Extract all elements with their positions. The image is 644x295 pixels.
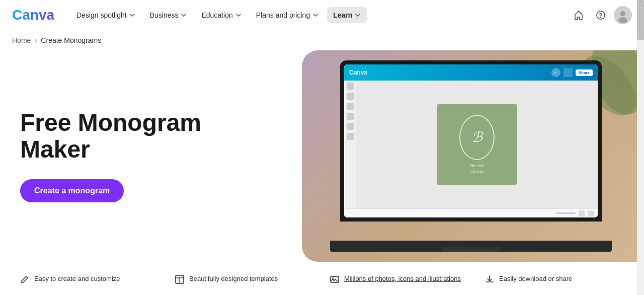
feature-text-download: Easily download or share (499, 274, 572, 283)
create-monogram-button[interactable]: Create a monogram (20, 179, 124, 202)
editor-sidebar (344, 81, 356, 208)
chevron-down-icon (129, 12, 136, 19)
download-icon (485, 275, 494, 286)
breadcrumb-separator: › (35, 37, 37, 44)
chevron-down-icon (235, 12, 242, 19)
breadcrumb-current: Create Monograms (41, 36, 101, 44)
template-icon (175, 275, 184, 286)
feature-photos-link[interactable]: Millions of photos, icons and illustrati… (344, 275, 461, 282)
hero-section: Free Monogram Maker Create a monogram Ca… (0, 50, 644, 262)
chevron-down-icon (312, 12, 319, 19)
feature-text-templates: Beautifully designed templates (189, 274, 278, 283)
sidebar-icon-4 (347, 113, 354, 120)
monogram-oval: ℬ (459, 115, 495, 160)
user-avatar[interactable] (614, 6, 632, 24)
header-right: ? (570, 6, 632, 24)
nav-label-design-spotlight: Design spotlight (76, 11, 127, 19)
svg-rect-9 (176, 275, 184, 283)
svg-text:+: + (554, 70, 556, 75)
scrollbar[interactable] (637, 0, 644, 295)
main-nav: Design spotlight Business Education Plan… (70, 7, 570, 23)
sidebar-icon-2 (347, 93, 354, 100)
svg-point-4 (618, 17, 627, 23)
hero-right: Canva + Share (272, 50, 632, 262)
nav-item-plans[interactable]: Plans and pricing (250, 7, 325, 23)
feature-item-photos: Millions of photos, icons and illustrati… (322, 270, 477, 290)
feature-text-photos: Millions of photos, icons and illustrati… (344, 274, 461, 283)
svg-point-3 (620, 11, 625, 16)
breadcrumb-home-link[interactable]: Home (12, 36, 31, 44)
nav-label-learn: Learn (333, 11, 352, 19)
editor-canvas: ℬ The JadeChateau (356, 81, 598, 208)
sidebar-icon-3 (347, 103, 354, 110)
editor-canva-logo: Canva (349, 69, 367, 76)
help-button[interactable]: ? (592, 6, 610, 24)
breadcrumb: Home › Create Monograms (0, 30, 644, 50)
header: Canva Design spotlight Business Educatio… (0, 0, 644, 30)
home-button[interactable] (570, 6, 588, 24)
sidebar-icon-5 (347, 123, 354, 130)
nav-item-design-spotlight[interactable]: Design spotlight (70, 7, 142, 23)
feature-item-easy: Easy to create and customize (12, 270, 167, 290)
chevron-down-icon (354, 12, 361, 19)
edit-icon (20, 275, 29, 286)
nav-item-business[interactable]: Business (144, 7, 194, 23)
hero-left: Free Monogram Maker Create a monogram (20, 110, 272, 202)
chevron-down-icon (180, 12, 187, 19)
laptop-base (330, 241, 612, 252)
laptop-screen-outer: Canva + Share (340, 60, 602, 222)
editor-body: ℬ The JadeChateau (344, 81, 598, 208)
scrollbar-thumb[interactable] (637, 0, 644, 40)
laptop-screen-inner: Canva + Share (344, 64, 598, 217)
sidebar-icon-6 (347, 133, 354, 140)
hero-title: Free Monogram Maker (20, 110, 252, 163)
canva-logo[interactable]: Canva (12, 7, 54, 23)
monogram-letter: ℬ (471, 129, 482, 145)
laptop-notch (441, 247, 501, 252)
nav-item-learn[interactable]: Learn (327, 7, 367, 23)
editor-topbar: Canva + Share (344, 64, 598, 81)
svg-text:?: ? (599, 12, 602, 19)
feature-item-download: Easily download or share (477, 270, 632, 290)
nav-label-business: Business (150, 11, 179, 19)
features-bar: Easy to create and customize Beautifully… (0, 262, 644, 295)
monogram-design-card: ℬ The JadeChateau (437, 104, 517, 185)
nav-label-plans: Plans and pricing (256, 11, 310, 19)
nav-item-education[interactable]: Education (195, 7, 248, 23)
monogram-subtitle: The JadeChateau (470, 163, 485, 174)
sidebar-icon-1 (347, 83, 354, 90)
nav-label-education: Education (201, 11, 232, 19)
feature-item-templates: Beautifully designed templates (167, 270, 322, 290)
laptop-mockup: Canva + Share (330, 60, 622, 252)
feature-text-easy: Easy to create and customize (34, 274, 120, 283)
photos-icon (330, 275, 339, 286)
